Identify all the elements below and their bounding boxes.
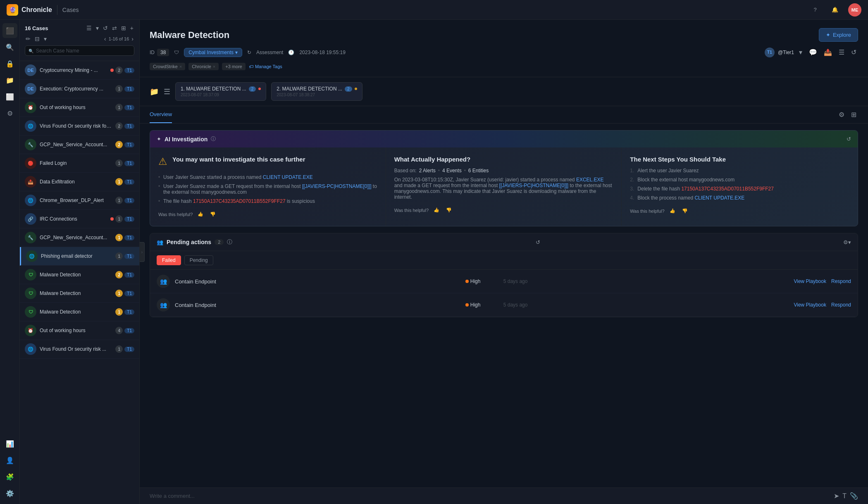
view-playbook-link-2[interactable]: View Playbook xyxy=(794,302,826,308)
respond-link-1[interactable]: Respond xyxy=(831,278,851,284)
alert-tab-2-time: 2023-08-07 18:38:27 xyxy=(277,93,357,97)
edit-icon[interactable]: ✏ xyxy=(25,35,31,43)
user-avatar[interactable]: ME xyxy=(848,3,861,17)
thumbs-up-3[interactable]: 👍 xyxy=(668,207,677,214)
list-item[interactable]: 🛡 Malware Detection 2 T1 xyxy=(20,266,139,284)
thumbs-up-2[interactable]: 👍 xyxy=(432,207,441,214)
notifications-button[interactable]: 🔔 xyxy=(828,3,842,17)
sidebar-icon-search[interactable]: 🔍 xyxy=(2,40,17,55)
attachment-icon[interactable]: 📎 xyxy=(850,492,858,500)
case-badges: 1 T1 xyxy=(115,104,134,111)
logo-area: 🔮 Chronicle xyxy=(7,4,52,16)
sidebar-icon-gear[interactable]: ⚙️ xyxy=(2,486,17,501)
filter-button[interactable] xyxy=(34,35,41,43)
file-hash-link-2[interactable]: 17150A137C43235AD07011B552F9FF27 xyxy=(681,186,774,192)
tier-badge: T1 xyxy=(124,142,134,147)
thumbs-down-3[interactable]: 👎 xyxy=(680,207,689,214)
list-item[interactable]: DE Execution: Cryptocurrency ... 1 T1 xyxy=(20,80,139,98)
grid-button[interactable] xyxy=(120,24,127,32)
case-badges: 1 T1 xyxy=(115,290,134,297)
ai-refresh-icon[interactable]: ↺ xyxy=(847,136,851,142)
explore-button[interactable]: ✦ Explore xyxy=(819,28,858,42)
alert-tab-1[interactable]: 1. MALWARE DETECTION ... 2 2023-08-07 18… xyxy=(175,82,266,101)
refresh-button[interactable] xyxy=(102,24,109,32)
list-item[interactable]: 🌐 Chrome_Browser_DLP_Alert 1 T1 xyxy=(20,191,139,210)
list-item[interactable]: 📤 Data Exfiltration 1 T1 xyxy=(20,173,139,191)
case-icon: 🔗 xyxy=(25,213,36,225)
thumbs-down-1[interactable]: 👎 xyxy=(208,211,217,218)
alert-tab-2[interactable]: 2. MALWARE DETECTION ... 2 2023-08-07 18… xyxy=(271,82,362,101)
client-update-link-2[interactable]: CLIENT UPDATE.EXE xyxy=(694,195,744,201)
list-action-icon[interactable]: ☰ xyxy=(837,47,846,58)
tag-remove-crowdstrike[interactable]: × xyxy=(179,64,182,69)
pending-info-icon[interactable]: ⓘ xyxy=(227,238,232,246)
sidebar-icon-cases[interactable]: 📁 xyxy=(2,73,17,88)
refresh-action-icon[interactable]: ↺ xyxy=(849,47,858,58)
comment-input[interactable] xyxy=(150,493,830,499)
list-item[interactable]: DE Cryptocurrency Mining - ... 2 T1 xyxy=(20,61,139,80)
panel-collapse-handle[interactable]: › xyxy=(140,242,145,262)
list-item[interactable]: 🔴 Failed Login 1 T1 xyxy=(20,154,139,173)
text-format-icon[interactable]: T xyxy=(842,492,847,500)
list-item[interactable]: 🔗 IRC Connections 1 T1 xyxy=(20,210,139,228)
logo-icon[interactable]: 🔮 xyxy=(7,4,18,16)
view-playbook-link-1[interactable]: View Playbook xyxy=(794,278,826,284)
sidebar-icon-puzzle[interactable]: 🧩 xyxy=(2,469,17,484)
pending-refresh-button[interactable]: ↺ xyxy=(536,239,540,245)
sidebar-icon-layers[interactable]: ⬜ xyxy=(2,89,17,104)
list-item[interactable]: 🌐 Virus Found Or security risk fou... 2 … xyxy=(20,117,139,136)
pending-settings-icon[interactable]: ⚙▾ xyxy=(843,239,851,245)
hostname-link-2[interactable]: [[JAVIERS-PC|HOSTNAME[0]]] xyxy=(499,183,569,188)
sidebar-icon-settings[interactable]: ⚙ xyxy=(2,106,17,121)
share-action-icon[interactable]: 📤 xyxy=(822,47,834,58)
filter-pending-button[interactable]: Pending xyxy=(184,255,213,265)
swap-button[interactable] xyxy=(111,24,118,32)
sidebar-icon-person[interactable]: 👤 xyxy=(2,453,17,468)
case-badges: 2 T1 xyxy=(115,141,134,148)
manage-tags-button[interactable]: 🏷 Manage Tags xyxy=(249,64,282,69)
filter-failed-button[interactable]: Failed xyxy=(157,255,181,265)
org-badge[interactable]: Cymbal Investments ▾ xyxy=(184,48,242,57)
list-item[interactable]: ⏰ Out of working hours 4 T1 xyxy=(20,321,139,340)
filter-chevron[interactable] xyxy=(43,35,48,43)
sidebar-icon-lock[interactable]: 🔒 xyxy=(2,56,17,71)
sidebar-icon-chart[interactable]: 📊 xyxy=(2,436,17,451)
case-icon: 📤 xyxy=(25,176,36,188)
tab-list-icon[interactable]: ☰ xyxy=(164,87,170,96)
settings-tab-icon[interactable]: ⚙ xyxy=(837,109,846,120)
list-item[interactable]: 🌐 Phishing email detector 1 T1 xyxy=(20,247,139,266)
list-item[interactable]: 🔧 GCP_New_Service_Account... 2 T1 xyxy=(20,136,139,154)
list-view-button[interactable]: ☰ xyxy=(86,24,93,32)
send-comment-icon[interactable]: ➤ xyxy=(834,492,839,500)
sidebar-icon-home[interactable]: ⬛ xyxy=(2,23,17,38)
file-hash-link-1[interactable]: 17150A137C43235AD07011B552F9FF27 xyxy=(193,198,286,204)
more-tags-badge[interactable]: +3 more xyxy=(222,63,246,70)
client-update-link-1[interactable]: CLIENT UPDATE.EXE xyxy=(263,174,313,180)
list-item[interactable]: 🛡 Malware Detection 1 T1 xyxy=(20,284,139,303)
next-page-button[interactable] xyxy=(131,35,134,43)
layout-tab-icon[interactable]: ⊞ xyxy=(849,109,858,120)
list-item[interactable]: 🌐 Virus Found Or security risk ... 1 T1 xyxy=(20,340,139,359)
thumbs-down-2[interactable]: 👎 xyxy=(444,207,453,214)
add-case-button[interactable] xyxy=(129,24,134,32)
tab-folder-icon[interactable]: 📁 xyxy=(150,87,159,96)
hostname-link-1[interactable]: [[JAVIERS-PC|HOSTNAME[0]]] xyxy=(302,183,372,189)
search-input[interactable] xyxy=(36,48,131,54)
list-item[interactable]: ⏰ Out of working hours 1 T1 xyxy=(20,98,139,117)
comment-action-icon[interactable]: 💬 xyxy=(807,47,819,58)
prev-page-button[interactable] xyxy=(103,35,107,43)
respond-link-2[interactable]: Respond xyxy=(831,302,851,308)
list-item[interactable]: 🛡 Malware Detection 1 T1 xyxy=(20,303,139,321)
thumbs-up-1[interactable]: 👍 xyxy=(196,211,205,218)
ai-info-icon[interactable]: ⓘ xyxy=(211,136,216,143)
assignee-dropdown-icon[interactable]: ▾ xyxy=(797,47,804,58)
chevron-down-icon[interactable]: ▾ xyxy=(95,24,100,32)
help-button[interactable]: ? xyxy=(808,3,822,17)
excel-link[interactable]: EXCEL.EXE xyxy=(576,177,604,183)
case-meta-row: ID 38 🛡 Cymbal Investments ▾ ↻ Assessmen… xyxy=(150,47,858,58)
tag-remove-chronicle[interactable]: × xyxy=(213,64,215,69)
list-item[interactable]: 🔧 GCP_New_Service_Account... 1 T1 xyxy=(20,228,139,247)
ai-col-1-header: ⚠ You may want to investigate this case … xyxy=(158,156,377,168)
tab-overview[interactable]: Overview xyxy=(150,106,172,123)
case-id: 38 xyxy=(157,49,169,56)
